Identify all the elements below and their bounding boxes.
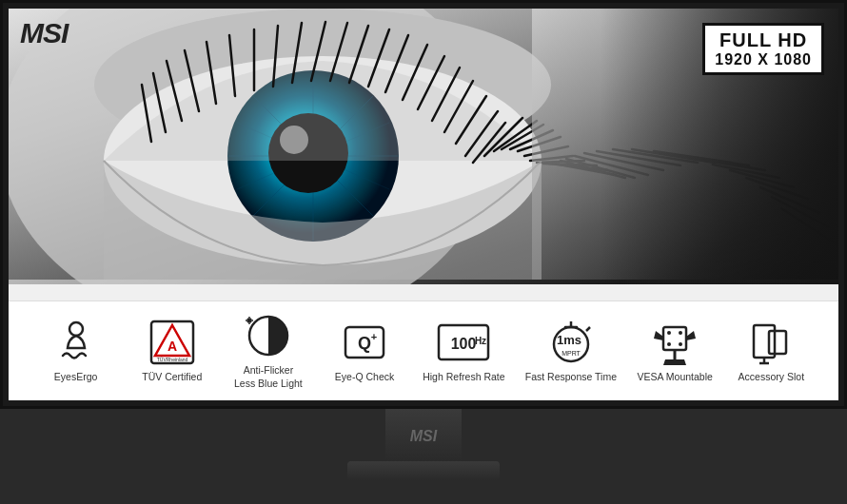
feature-eyes-ergo: EyesErgo bbox=[38, 318, 114, 384]
monitor-stand-neck: MSI bbox=[385, 409, 462, 461]
svg-text:1ms: 1ms bbox=[557, 333, 581, 347]
tuv-certified-label: TÜV Certified bbox=[142, 371, 202, 384]
svg-text:TÜVRheinland: TÜVRheinland bbox=[156, 357, 187, 362]
svg-point-93 bbox=[679, 342, 682, 346]
accessory-slot-icon bbox=[746, 318, 796, 367]
svg-text:MPRT: MPRT bbox=[561, 350, 581, 357]
tuv-certified-icon: A TÜVRheinland bbox=[148, 318, 197, 367]
feature-high-refresh: 100 Hz High Refresh Rate bbox=[423, 318, 504, 384]
stand-msi-logo: MSI bbox=[400, 426, 447, 445]
svg-point-64 bbox=[69, 322, 83, 336]
eyes-ergo-icon bbox=[51, 318, 101, 367]
svg-text:100: 100 bbox=[451, 336, 477, 352]
monitor-outer: MSI FULL HD 1920 X 1080 bbox=[0, 0, 847, 504]
features-bar: EyesErgo A TÜVRheinland bbox=[9, 300, 838, 400]
anti-flicker-label: Anti-Flicker Less Blue Light bbox=[234, 364, 303, 390]
fast-response-label: Fast Response Time bbox=[525, 371, 617, 384]
vesa-mountable-label: VESA Mountable bbox=[637, 371, 712, 384]
monitor-bezel: MSI FULL HD 1920 X 1080 bbox=[0, 0, 847, 409]
eyes-ergo-label: EyesErgo bbox=[54, 371, 98, 384]
eye-q-check-label: Eye-Q Check bbox=[335, 371, 394, 384]
msi-logo: MSI bbox=[20, 16, 125, 56]
svg-line-86 bbox=[586, 327, 590, 331]
feature-accessory-slot: Accessory Slot bbox=[733, 318, 809, 384]
feature-anti-flicker: Anti-Flicker Less Blue Light bbox=[230, 311, 306, 390]
svg-text:MSI: MSI bbox=[410, 428, 438, 444]
svg-text:+: + bbox=[371, 331, 377, 342]
feature-vesa-mountable: VESA Mountable bbox=[637, 318, 713, 384]
high-refresh-icon: 100 Hz bbox=[439, 318, 488, 367]
accessory-slot-label: Accessory Slot bbox=[739, 371, 804, 384]
svg-point-90 bbox=[667, 331, 671, 335]
fast-response-icon: 1ms MPRT bbox=[546, 318, 596, 367]
svg-text:A: A bbox=[167, 339, 177, 354]
feature-tuv-certified: A TÜVRheinland TÜV Certified bbox=[134, 318, 210, 384]
feature-eye-q-check: Q + Eye-Q Check bbox=[326, 318, 403, 384]
eye-q-check-icon: Q + bbox=[340, 318, 389, 367]
svg-text:Q: Q bbox=[358, 334, 371, 353]
monitor-stand-base bbox=[347, 461, 500, 480]
vesa-mountable-icon bbox=[650, 318, 699, 367]
fullhd-badge: FULL HD 1920 X 1080 bbox=[702, 23, 824, 75]
anti-flicker-icon bbox=[244, 311, 293, 360]
svg-rect-96 bbox=[769, 331, 786, 354]
svg-point-91 bbox=[679, 331, 682, 335]
feature-fast-response: 1ms MPRT Fast Response Time bbox=[525, 318, 617, 384]
high-refresh-label: High Refresh Rate bbox=[423, 371, 504, 384]
screen: MSI FULL HD 1920 X 1080 bbox=[9, 9, 838, 400]
svg-point-92 bbox=[667, 342, 671, 346]
fullhd-label: FULL HD bbox=[715, 29, 812, 51]
resolution-label: 1920 X 1080 bbox=[715, 51, 812, 68]
svg-text:MSI: MSI bbox=[20, 17, 69, 48]
svg-text:Hz: Hz bbox=[475, 336, 486, 346]
svg-rect-89 bbox=[663, 327, 686, 350]
